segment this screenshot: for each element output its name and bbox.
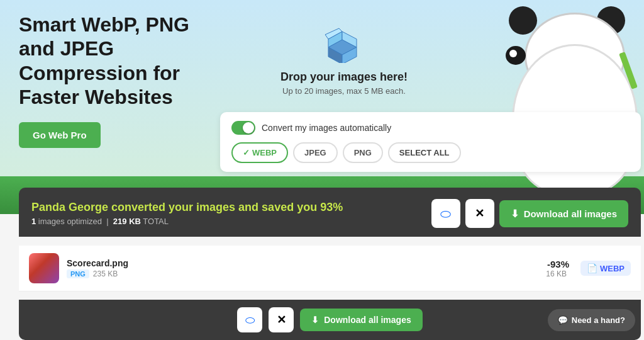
drop-main-text: Drop your images here! bbox=[280, 71, 408, 84]
dropbox-share-button[interactable]: ⬭ bbox=[431, 199, 460, 228]
format-bar: Convert my images automatically ✓WEBP JP… bbox=[220, 112, 641, 172]
panda-eye-white-left bbox=[509, 50, 517, 57]
file-original-size: 235 KB bbox=[93, 269, 118, 278]
file-output-format-label: WEBP bbox=[600, 264, 625, 273]
x-bottom-icon: ✕ bbox=[277, 313, 286, 327]
stats-text: 1 images optimized | 219 KB TOTAL bbox=[31, 217, 424, 226]
download-all-button-main[interactable]: ⬇ Download all images bbox=[499, 200, 628, 227]
hero-title: Smart WebP, PNG and JPEG Compression for… bbox=[19, 13, 208, 110]
help-button[interactable]: 💬 Need a hand? bbox=[548, 309, 635, 331]
x-twitter-icon: ✕ bbox=[475, 207, 484, 220]
twitter-share-button[interactable]: ✕ bbox=[465, 199, 494, 228]
results-text: Panda George converted your images and s… bbox=[31, 201, 424, 226]
file-format-icon: 📄 bbox=[587, 263, 597, 273]
chat-icon: 💬 bbox=[558, 315, 568, 325]
results-bar: Panda George converted your images and s… bbox=[19, 188, 641, 237]
stats-total-label: TOTAL bbox=[143, 217, 169, 226]
file-right-info: -93% 16 KB 📄 WEBP bbox=[546, 259, 631, 278]
file-new-size: 16 KB bbox=[546, 269, 567, 278]
check-icon: ✓ bbox=[243, 148, 250, 157]
page-wrapper: Smart WebP, PNG and JPEG Compression for… bbox=[0, 0, 644, 340]
download-all-button-bottom[interactable]: ⬇ Download all images bbox=[300, 309, 422, 331]
panda-ear-left bbox=[509, 6, 537, 35]
format-select-all-button[interactable]: SELECT ALL bbox=[388, 142, 461, 163]
action-buttons: ⬭ ✕ ⬇ Download all images bbox=[431, 199, 628, 228]
file-savings-pct: -93% bbox=[546, 259, 569, 269]
saved-text: Panda George converted your images and s… bbox=[31, 201, 424, 214]
convert-toggle[interactable] bbox=[231, 121, 255, 135]
download-bottom-label: Download all images bbox=[324, 315, 411, 325]
dropbox-bottom-button[interactable]: ⬭ bbox=[237, 307, 262, 332]
format-jpeg-button[interactable]: JPEG bbox=[293, 142, 338, 163]
file-info: Scorecard.png PNG 235 KB bbox=[67, 258, 538, 278]
panda-eye-left bbox=[506, 46, 526, 65]
file-savings-block: -93% 16 KB bbox=[546, 259, 574, 278]
drop-sub-text: Up to 20 images, max 5 MB each. bbox=[282, 86, 406, 96]
help-label: Need a hand? bbox=[572, 315, 625, 325]
stats-size: 219 KB bbox=[113, 217, 141, 226]
download-label: Download all images bbox=[524, 208, 617, 219]
file-thumbnail bbox=[29, 253, 59, 283]
file-name: Scorecard.png bbox=[67, 258, 538, 268]
format-webp-button[interactable]: ✓WEBP bbox=[231, 142, 288, 163]
dropzone-area[interactable]: Drop your images here! Up to 20 images, … bbox=[220, 13, 468, 96]
box-open-icon bbox=[322, 25, 366, 63]
file-output-format-badge: 📄 WEBP bbox=[580, 261, 631, 276]
download-icon: ⬇ bbox=[511, 208, 519, 220]
download-bottom-icon: ⬇ bbox=[311, 315, 319, 325]
file-list: Scorecard.png PNG 235 KB -93% 16 KB 📄 WE… bbox=[19, 246, 641, 292]
table-row: Scorecard.png PNG 235 KB -93% 16 KB 📄 WE… bbox=[19, 246, 641, 292]
file-thumb-inner bbox=[29, 253, 59, 283]
convert-label: Convert my images automatically bbox=[262, 123, 391, 133]
hero-section: Smart WebP, PNG and JPEG Compression for… bbox=[19, 13, 208, 148]
dropbox-bottom-icon: ⬭ bbox=[245, 314, 255, 327]
file-meta: PNG 235 KB bbox=[67, 269, 538, 278]
twitter-bottom-button[interactable]: ✕ bbox=[269, 307, 294, 332]
stats-images-label: images optimized bbox=[38, 217, 102, 226]
dropbox-icon: ⬭ bbox=[440, 207, 451, 221]
go-web-pro-button[interactable]: Go Web Pro bbox=[19, 122, 101, 148]
stats-images: 1 bbox=[31, 217, 36, 226]
format-png-button[interactable]: PNG bbox=[343, 142, 383, 163]
file-type-badge: PNG bbox=[67, 269, 89, 278]
convert-row: Convert my images automatically bbox=[231, 121, 630, 135]
format-buttons: ✓WEBP JPEG PNG SELECT ALL bbox=[231, 142, 630, 163]
